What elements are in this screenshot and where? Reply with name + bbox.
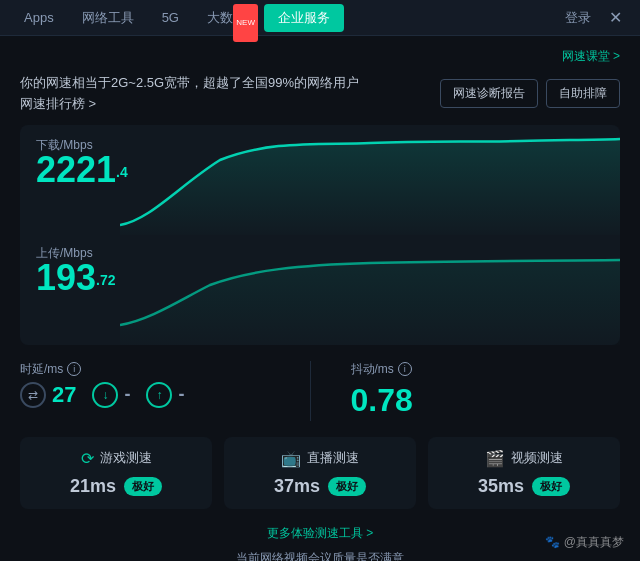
nav-apps[interactable]: Apps: [10, 0, 68, 36]
watermark: 🐾 @真真真梦: [545, 534, 624, 551]
latency-up-value: -: [178, 384, 184, 405]
video-stats: 35ms 极好: [478, 476, 570, 497]
description-text: 你的网速相当于2G~2.5G宽带，超越了全国99%的网络用户: [20, 73, 359, 94]
nav-bigdata[interactable]: 大数据 NEW: [193, 0, 260, 36]
upload-value: 193.72: [36, 257, 116, 299]
nav-network-tools[interactable]: 网络工具: [68, 0, 148, 36]
jitter-info-icon[interactable]: i: [398, 362, 412, 376]
jitter-label: 抖动/ms i: [351, 361, 621, 378]
latency-values: ⇄ 27 ↓ - ↑ -: [20, 382, 290, 408]
latency-label: 时延/ms i: [20, 361, 290, 378]
game-stats: 21ms 极好: [70, 476, 162, 497]
latency-group: 时延/ms i ⇄ 27 ↓ - ↑ -: [20, 361, 290, 408]
more-tools-link-area: 更多体验测速工具 >: [20, 523, 620, 542]
live-title: 直播测速: [307, 449, 359, 467]
live-badge: 极好: [328, 477, 366, 496]
live-ms: 37ms: [274, 476, 320, 497]
latency-down-value: -: [124, 384, 130, 405]
latency-info-icon[interactable]: i: [67, 362, 81, 376]
latency-up: ↑ -: [146, 382, 184, 408]
video-badge: 极好: [532, 477, 570, 496]
diagnosis-button[interactable]: 网速诊断报告: [440, 79, 538, 108]
main-content: 网速课堂 > 你的网速相当于2G~2.5G宽带，超越了全国99%的网络用户 网速…: [0, 36, 640, 561]
nav-5g[interactable]: 5G: [148, 0, 193, 36]
game-card-header: ⟳ 游戏测速: [81, 449, 152, 468]
live-stats: 37ms 极好: [274, 476, 366, 497]
info-buttons: 网速诊断报告 自助排障: [440, 79, 620, 108]
more-tools-link[interactable]: 更多体验测速工具 >: [267, 526, 373, 540]
video-ms: 35ms: [478, 476, 524, 497]
latency-down: ↓ -: [92, 382, 130, 408]
latency-up-icon: ↑: [146, 382, 172, 408]
rank-link[interactable]: 网速排行榜 >: [20, 94, 359, 115]
nav-enterprise[interactable]: 企业服务: [264, 4, 344, 32]
latency-down-icon: ↓: [92, 382, 118, 408]
nav-login[interactable]: 登录: [555, 9, 601, 27]
jitter-value: 0.78: [351, 382, 621, 419]
latency-neutral-icon: ⇄: [20, 382, 46, 408]
latency-value: 27: [52, 382, 76, 408]
live-speed-card[interactable]: 📺 直播测速 37ms 极好: [224, 437, 416, 509]
live-icon: 📺: [281, 449, 301, 468]
game-icon: ⟳: [81, 449, 94, 468]
game-title: 游戏测速: [100, 449, 152, 467]
video-icon: 🎬: [485, 449, 505, 468]
game-ms: 21ms: [70, 476, 116, 497]
jitter-group: 抖动/ms i 0.78: [331, 361, 621, 419]
chart-area: 下载/Mbps 2221.4 上传/Mbps 193.72: [20, 125, 620, 345]
survey-text: 当前网络视频会议质量是否满意: [20, 550, 620, 561]
game-badge: 极好: [124, 477, 162, 496]
selfhelp-button[interactable]: 自助排障: [546, 79, 620, 108]
video-card-header: 🎬 视频测速: [485, 449, 563, 468]
video-title: 视频测速: [511, 449, 563, 467]
speed-cards: ⟳ 游戏测速 21ms 极好 📺 直播测速 37ms 极好 🎬 视频测速: [20, 437, 620, 509]
info-text-area: 你的网速相当于2G~2.5G宽带，超越了全国99%的网络用户 网速排行榜 >: [20, 73, 359, 115]
info-bar: 你的网速相当于2G~2.5G宽带，超越了全国99%的网络用户 网速排行榜 > 网…: [20, 73, 620, 115]
video-speed-card[interactable]: 🎬 视频测速 35ms 极好: [428, 437, 620, 509]
game-speed-card[interactable]: ⟳ 游戏测速 21ms 极好: [20, 437, 212, 509]
stats-row: 时延/ms i ⇄ 27 ↓ - ↑ - 抖动/ms: [20, 361, 620, 421]
close-button[interactable]: ✕: [601, 8, 630, 27]
new-badge: NEW: [233, 4, 258, 42]
latency-neutral: ⇄ 27: [20, 382, 76, 408]
speed-class-link[interactable]: 网速课堂 >: [562, 49, 620, 63]
stats-divider: [310, 361, 311, 421]
speed-chart: [120, 125, 620, 345]
download-value: 2221.4: [36, 149, 128, 191]
main-nav: Apps 网络工具 5G 大数据 NEW 企业服务 登录 ✕: [0, 0, 640, 36]
live-card-header: 📺 直播测速: [281, 449, 359, 468]
top-link-area: 网速课堂 >: [20, 46, 620, 65]
